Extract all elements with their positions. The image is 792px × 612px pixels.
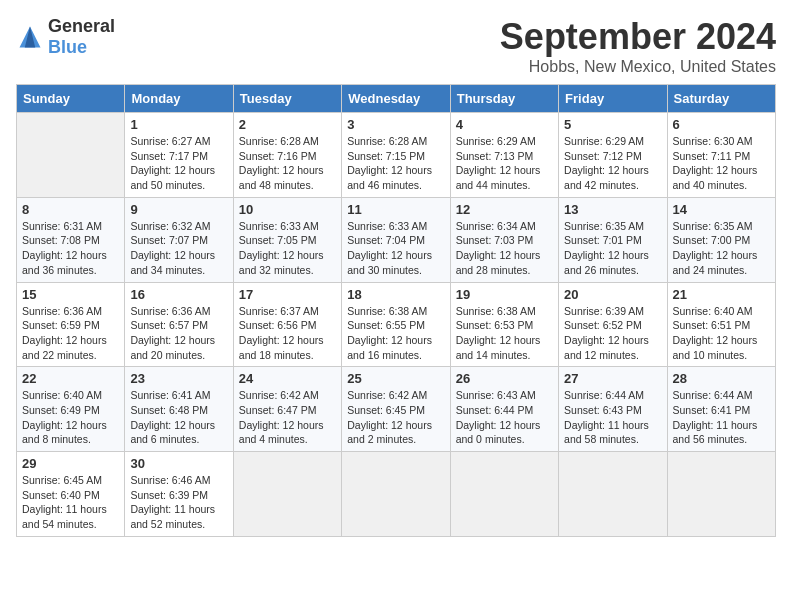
day-number: 17	[239, 287, 336, 302]
day-detail: Sunrise: 6:44 AMSunset: 6:43 PMDaylight:…	[564, 388, 661, 447]
day-number: 18	[347, 287, 444, 302]
day-number: 10	[239, 202, 336, 217]
day-detail: Sunrise: 6:41 AMSunset: 6:48 PMDaylight:…	[130, 388, 227, 447]
calendar-day: 21Sunrise: 6:40 AMSunset: 6:51 PMDayligh…	[667, 282, 775, 367]
day-number: 22	[22, 371, 119, 386]
day-detail: Sunrise: 6:42 AMSunset: 6:47 PMDaylight:…	[239, 388, 336, 447]
day-number: 16	[130, 287, 227, 302]
calendar-day: 18Sunrise: 6:38 AMSunset: 6:55 PMDayligh…	[342, 282, 450, 367]
location-title: Hobbs, New Mexico, United States	[500, 58, 776, 76]
day-detail: Sunrise: 6:46 AMSunset: 6:39 PMDaylight:…	[130, 473, 227, 532]
calendar-day: 20Sunrise: 6:39 AMSunset: 6:52 PMDayligh…	[559, 282, 667, 367]
day-detail: Sunrise: 6:33 AMSunset: 7:05 PMDaylight:…	[239, 219, 336, 278]
calendar-header-thursday: Thursday	[450, 85, 558, 113]
calendar-day	[233, 452, 341, 537]
day-detail: Sunrise: 6:44 AMSunset: 6:41 PMDaylight:…	[673, 388, 770, 447]
calendar-day	[342, 452, 450, 537]
day-detail: Sunrise: 6:45 AMSunset: 6:40 PMDaylight:…	[22, 473, 119, 532]
day-detail: Sunrise: 6:28 AMSunset: 7:16 PMDaylight:…	[239, 134, 336, 193]
day-number: 15	[22, 287, 119, 302]
calendar-day: 27Sunrise: 6:44 AMSunset: 6:43 PMDayligh…	[559, 367, 667, 452]
calendar-day: 10Sunrise: 6:33 AMSunset: 7:05 PMDayligh…	[233, 197, 341, 282]
calendar-header-friday: Friday	[559, 85, 667, 113]
calendar-week-row: 29Sunrise: 6:45 AMSunset: 6:40 PMDayligh…	[17, 452, 776, 537]
day-detail: Sunrise: 6:40 AMSunset: 6:49 PMDaylight:…	[22, 388, 119, 447]
calendar-day: 26Sunrise: 6:43 AMSunset: 6:44 PMDayligh…	[450, 367, 558, 452]
calendar-day: 15Sunrise: 6:36 AMSunset: 6:59 PMDayligh…	[17, 282, 125, 367]
day-detail: Sunrise: 6:29 AMSunset: 7:12 PMDaylight:…	[564, 134, 661, 193]
day-number: 19	[456, 287, 553, 302]
calendar-header-row: SundayMondayTuesdayWednesdayThursdayFrid…	[17, 85, 776, 113]
day-number: 2	[239, 117, 336, 132]
day-detail: Sunrise: 6:29 AMSunset: 7:13 PMDaylight:…	[456, 134, 553, 193]
calendar-day: 9Sunrise: 6:32 AMSunset: 7:07 PMDaylight…	[125, 197, 233, 282]
calendar-day: 11Sunrise: 6:33 AMSunset: 7:04 PMDayligh…	[342, 197, 450, 282]
day-number: 21	[673, 287, 770, 302]
day-detail: Sunrise: 6:28 AMSunset: 7:15 PMDaylight:…	[347, 134, 444, 193]
calendar-week-row: 8Sunrise: 6:31 AMSunset: 7:08 PMDaylight…	[17, 197, 776, 282]
calendar-table: SundayMondayTuesdayWednesdayThursdayFrid…	[16, 84, 776, 537]
calendar-day: 24Sunrise: 6:42 AMSunset: 6:47 PMDayligh…	[233, 367, 341, 452]
title-area: September 2024 Hobbs, New Mexico, United…	[500, 16, 776, 76]
day-number: 24	[239, 371, 336, 386]
day-detail: Sunrise: 6:38 AMSunset: 6:53 PMDaylight:…	[456, 304, 553, 363]
calendar-day: 29Sunrise: 6:45 AMSunset: 6:40 PMDayligh…	[17, 452, 125, 537]
day-number: 28	[673, 371, 770, 386]
day-detail: Sunrise: 6:36 AMSunset: 6:57 PMDaylight:…	[130, 304, 227, 363]
day-detail: Sunrise: 6:38 AMSunset: 6:55 PMDaylight:…	[347, 304, 444, 363]
day-number: 20	[564, 287, 661, 302]
day-detail: Sunrise: 6:40 AMSunset: 6:51 PMDaylight:…	[673, 304, 770, 363]
calendar-day: 23Sunrise: 6:41 AMSunset: 6:48 PMDayligh…	[125, 367, 233, 452]
calendar-day: 3Sunrise: 6:28 AMSunset: 7:15 PMDaylight…	[342, 113, 450, 198]
day-number: 23	[130, 371, 227, 386]
day-detail: Sunrise: 6:35 AMSunset: 7:01 PMDaylight:…	[564, 219, 661, 278]
day-number: 8	[22, 202, 119, 217]
day-number: 12	[456, 202, 553, 217]
calendar-day: 13Sunrise: 6:35 AMSunset: 7:01 PMDayligh…	[559, 197, 667, 282]
calendar-day: 1Sunrise: 6:27 AMSunset: 7:17 PMDaylight…	[125, 113, 233, 198]
day-detail: Sunrise: 6:34 AMSunset: 7:03 PMDaylight:…	[456, 219, 553, 278]
day-number: 3	[347, 117, 444, 132]
logo-general-text: General	[48, 16, 115, 36]
calendar-day: 19Sunrise: 6:38 AMSunset: 6:53 PMDayligh…	[450, 282, 558, 367]
calendar-day	[667, 452, 775, 537]
calendar-week-row: 22Sunrise: 6:40 AMSunset: 6:49 PMDayligh…	[17, 367, 776, 452]
day-number: 4	[456, 117, 553, 132]
calendar-header-monday: Monday	[125, 85, 233, 113]
day-number: 26	[456, 371, 553, 386]
day-detail: Sunrise: 6:32 AMSunset: 7:07 PMDaylight:…	[130, 219, 227, 278]
calendar-day: 28Sunrise: 6:44 AMSunset: 6:41 PMDayligh…	[667, 367, 775, 452]
day-number: 14	[673, 202, 770, 217]
day-detail: Sunrise: 6:36 AMSunset: 6:59 PMDaylight:…	[22, 304, 119, 363]
calendar-day: 16Sunrise: 6:36 AMSunset: 6:57 PMDayligh…	[125, 282, 233, 367]
calendar-day: 17Sunrise: 6:37 AMSunset: 6:56 PMDayligh…	[233, 282, 341, 367]
calendar-header-saturday: Saturday	[667, 85, 775, 113]
day-number: 1	[130, 117, 227, 132]
calendar-day: 14Sunrise: 6:35 AMSunset: 7:00 PMDayligh…	[667, 197, 775, 282]
day-number: 13	[564, 202, 661, 217]
calendar-day: 5Sunrise: 6:29 AMSunset: 7:12 PMDaylight…	[559, 113, 667, 198]
day-detail: Sunrise: 6:27 AMSunset: 7:17 PMDaylight:…	[130, 134, 227, 193]
calendar-week-row: 1Sunrise: 6:27 AMSunset: 7:17 PMDaylight…	[17, 113, 776, 198]
day-number: 30	[130, 456, 227, 471]
day-number: 27	[564, 371, 661, 386]
calendar-day: 8Sunrise: 6:31 AMSunset: 7:08 PMDaylight…	[17, 197, 125, 282]
day-detail: Sunrise: 6:37 AMSunset: 6:56 PMDaylight:…	[239, 304, 336, 363]
calendar-day: 30Sunrise: 6:46 AMSunset: 6:39 PMDayligh…	[125, 452, 233, 537]
day-number: 6	[673, 117, 770, 132]
calendar-header-wednesday: Wednesday	[342, 85, 450, 113]
day-detail: Sunrise: 6:31 AMSunset: 7:08 PMDaylight:…	[22, 219, 119, 278]
day-number: 5	[564, 117, 661, 132]
day-detail: Sunrise: 6:43 AMSunset: 6:44 PMDaylight:…	[456, 388, 553, 447]
logo: General Blue	[16, 16, 115, 58]
day-detail: Sunrise: 6:30 AMSunset: 7:11 PMDaylight:…	[673, 134, 770, 193]
logo-blue-text: Blue	[48, 37, 87, 57]
calendar-day	[17, 113, 125, 198]
calendar-day: 2Sunrise: 6:28 AMSunset: 7:16 PMDaylight…	[233, 113, 341, 198]
day-number: 25	[347, 371, 444, 386]
day-number: 29	[22, 456, 119, 471]
calendar-day: 4Sunrise: 6:29 AMSunset: 7:13 PMDaylight…	[450, 113, 558, 198]
calendar-header-tuesday: Tuesday	[233, 85, 341, 113]
calendar-day: 22Sunrise: 6:40 AMSunset: 6:49 PMDayligh…	[17, 367, 125, 452]
calendar-day	[559, 452, 667, 537]
